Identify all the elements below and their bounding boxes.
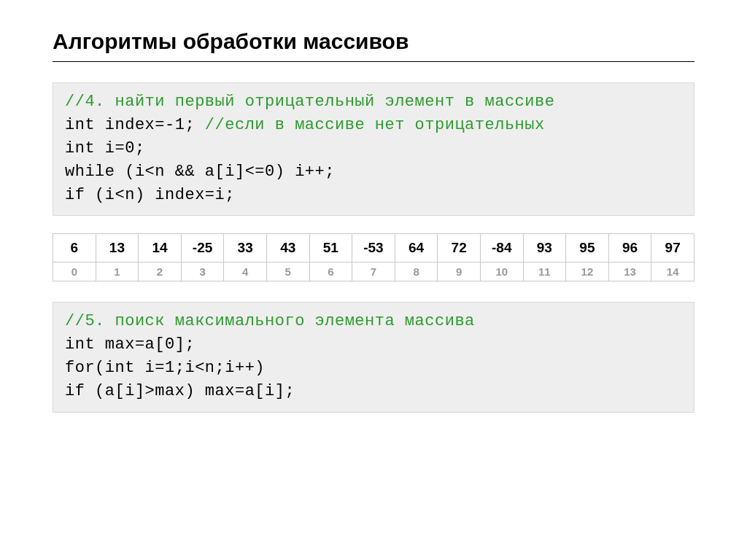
- title-divider: [53, 61, 694, 62]
- array-index: 3: [181, 262, 224, 281]
- array-index: 12: [566, 262, 609, 281]
- code-block-2: //5. поиск максимального элемента массив…: [53, 302, 694, 413]
- array-value: -25: [181, 234, 224, 262]
- array-index: 10: [480, 262, 523, 281]
- array-index: 7: [352, 262, 395, 281]
- array-index: 9: [438, 262, 481, 281]
- array-index: 13: [608, 262, 651, 281]
- array-index: 1: [96, 262, 139, 281]
- array-value: 6: [53, 234, 96, 262]
- array-value: 64: [395, 234, 438, 262]
- array-index: 11: [523, 262, 566, 281]
- code-comment: //5. поиск максимального элемента массив…: [65, 312, 475, 330]
- table-row-indices: 0 1 2 3 4 5 6 7 8 9 10 11 12 13 14: [53, 262, 694, 281]
- array-index: 8: [395, 262, 438, 281]
- array-value: 95: [566, 234, 609, 262]
- array-index: 5: [266, 262, 309, 281]
- array-value: 33: [224, 234, 267, 262]
- array-value: 51: [309, 234, 352, 262]
- code-line: if (a[i]>max) max=a[i];: [65, 382, 295, 400]
- code-line: int index=-1;: [65, 116, 205, 134]
- array-value: 97: [651, 234, 694, 262]
- array-value: -84: [480, 234, 523, 262]
- slide-title: Алгоритмы обработки массивов: [53, 29, 694, 54]
- array-index: 6: [309, 262, 352, 281]
- code-line: if (i<n) index=i;: [65, 186, 235, 204]
- array-index: 0: [53, 262, 96, 281]
- array-value: 93: [523, 234, 566, 262]
- code-comment: //если в массиве нет отрицательных: [205, 116, 545, 134]
- array-value: -53: [352, 234, 395, 262]
- code-line: int i=0;: [65, 139, 145, 158]
- code-block-1: //4. найти первый отрицательный элемент …: [53, 82, 694, 216]
- array-value: 13: [96, 234, 139, 262]
- array-value: 96: [608, 234, 651, 262]
- array-index: 14: [651, 262, 694, 281]
- array-index: 2: [139, 262, 182, 281]
- array-value: 43: [266, 234, 309, 262]
- code-line: for(int i=1;i<n;i++): [65, 359, 265, 377]
- table-row-values: 6 13 14 -25 33 43 51 -53 64 72 -84 93 95…: [53, 234, 694, 262]
- array-value: 72: [438, 234, 481, 262]
- array-value: 14: [139, 234, 182, 262]
- code-comment: //4. найти первый отрицательный элемент …: [65, 93, 554, 111]
- code-line: int max=a[0];: [65, 335, 195, 354]
- array-index: 4: [224, 262, 267, 281]
- array-table: 6 13 14 -25 33 43 51 -53 64 72 -84 93 95…: [53, 233, 694, 281]
- code-line: while (i<n && a[i]<=0) i++;: [65, 163, 335, 181]
